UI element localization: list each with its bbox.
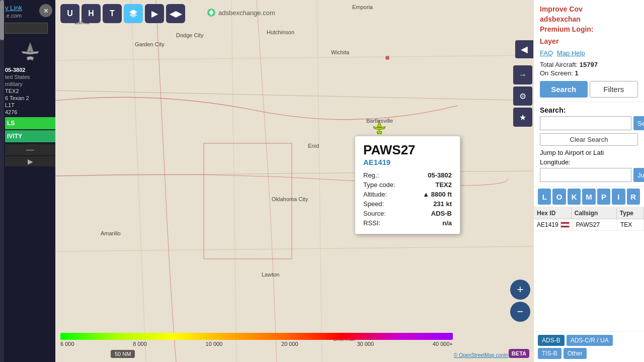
jump-button[interactable]: Jun	[633, 168, 644, 182]
login-button[interactable]: →	[513, 65, 532, 84]
search-button[interactable]: Search	[540, 81, 588, 98]
jump-label2: Longitude:	[540, 158, 638, 166]
scale-label-1: 8 000	[133, 341, 147, 347]
popup-speed-value: 231 kt	[410, 199, 452, 209]
city-amarillo: Amarillo	[101, 230, 121, 236]
search-panel: Search: Sea Clear Search Jump to Airport…	[534, 102, 644, 187]
sidebar-num: 4276	[5, 109, 55, 115]
u-button[interactable]: U	[60, 4, 79, 23]
letter-r-button[interactable]: R	[627, 189, 640, 205]
map-collapse-button[interactable]: ◀	[515, 40, 533, 58]
activity-button[interactable]: IVITY	[5, 130, 55, 142]
city-enid: Enid	[308, 143, 319, 149]
other-source-button[interactable]: Other	[564, 348, 587, 359]
hex-id-column-header: Hex ID	[534, 208, 572, 219]
premium-login-link[interactable]: Premium Login:	[540, 25, 638, 33]
letter-k-button[interactable]: K	[568, 189, 581, 205]
jump-input[interactable]	[540, 168, 631, 182]
left-sidebar: ✕ y Link .e.com 05-3802 ted States milit…	[0, 0, 55, 362]
color-scale-bar	[60, 333, 453, 340]
letter-m-button[interactable]: M	[582, 189, 595, 205]
map-container[interactable]: Lamar Garden City Dodge City Hutchinson …	[55, 0, 533, 362]
letter-p-button[interactable]: P	[597, 189, 610, 205]
improve-coverage-link[interactable]: Improve Cov	[540, 5, 638, 13]
layers-button[interactable]	[124, 4, 143, 23]
letter-o-button[interactable]: O	[552, 189, 566, 205]
openstreetmap-link[interactable]: © OpenStreetMap contri	[454, 352, 508, 358]
sidebar-model: 6 Texan 2	[5, 95, 55, 101]
svg-marker-15	[377, 131, 382, 134]
aircraft-popup: PAWS27 AE1419 Reg.: 05-3802 Type code: T…	[355, 136, 460, 234]
sidebar-arrow-button[interactable]: ▶	[5, 156, 55, 166]
adsb-source-button[interactable]: ADS-B	[538, 335, 565, 346]
svg-rect-3	[55, 0, 533, 362]
clear-search-button[interactable]: Clear Search	[540, 133, 638, 146]
details-button[interactable]: LS	[5, 117, 55, 129]
right-panel: Improve Cov adsbexchan Premium Login: La…	[533, 0, 644, 362]
aircraft-on-map[interactable]	[371, 120, 387, 138]
sidebar-search-input[interactable]	[5, 23, 48, 34]
sidebar-bottom-btns: LS IVITY — ▶	[5, 117, 55, 166]
popup-rssi-row: RSSI: n/a	[363, 218, 452, 228]
top-toolbar: U H T ▶ ◀▶	[60, 4, 185, 23]
popup-rssi-value: n/a	[410, 218, 452, 228]
results-header: Hex ID Callsign Type	[534, 208, 644, 219]
letter-buttons-row: L O K M P I R	[534, 187, 644, 207]
row-callsign-cell: PAWS27	[573, 219, 617, 230]
popup-rssi-label: RSSI:	[363, 218, 410, 228]
swap-button[interactable]: ◀▶	[166, 4, 185, 23]
city-garden-city: Garden City	[135, 41, 165, 47]
zoom-in-button[interactable]: +	[510, 280, 530, 300]
svg-marker-14	[373, 127, 385, 130]
t-button[interactable]: T	[103, 4, 122, 23]
map-help-link[interactable]: Map Help	[557, 49, 585, 57]
premium-layer-link[interactable]: Layer	[540, 37, 638, 45]
letter-l-button[interactable]: L	[538, 189, 551, 205]
popup-table: Reg.: 05-3802 Type code: TEX2 Altitude: …	[363, 170, 452, 228]
jump-label: Jump to Airport or Lati	[540, 149, 638, 156]
search-input[interactable]	[540, 116, 631, 130]
popup-source-value: ADS-B	[410, 209, 452, 218]
table-row[interactable]: AE1419 PAWS27 TEX	[534, 219, 644, 231]
city-emporia: Emporia	[352, 4, 373, 10]
close-button[interactable]: ✕	[39, 4, 52, 17]
svg-point-12	[385, 56, 389, 60]
us-flag-icon	[560, 222, 570, 228]
tisb-source-button[interactable]: TIS-B	[538, 348, 561, 359]
row-hex-cell: AE1419	[534, 219, 573, 230]
aircraft-icon	[15, 40, 45, 65]
results-section: Hex ID Callsign Type AE1419 PAWS27 TEX	[534, 207, 644, 331]
sidebar-country: ted States	[5, 74, 55, 80]
filters-button[interactable]: Filters	[590, 81, 638, 98]
improve-coverage-link2[interactable]: adsbexchan	[540, 15, 638, 23]
popup-type-row: Type code: TEX2	[363, 180, 452, 190]
zoom-out-button[interactable]: −	[510, 302, 530, 322]
scale-label-4: 30 000	[357, 341, 374, 347]
faq-link[interactable]: FAQ	[540, 49, 553, 57]
on-screen-row: On Screen: 1	[540, 69, 638, 77]
row-hex-value: AE1419	[537, 221, 558, 228]
popup-hex-id[interactable]: AE1419	[363, 158, 452, 166]
on-screen-value: 1	[575, 69, 578, 77]
search-filters-row: Search Filters	[540, 81, 638, 98]
adsc-source-button[interactable]: ADS-C/R / UA	[567, 335, 613, 346]
popup-source-label: Source:	[363, 209, 410, 218]
popup-reg-row: Reg.: 05-3802	[363, 170, 452, 180]
distance-badge: 50 NM	[111, 350, 135, 358]
popup-alt-label: Altitude:	[363, 190, 410, 199]
popup-alt-row: Altitude: ▲ 8800 ft	[363, 190, 452, 199]
city-lawton: Lawton	[262, 272, 279, 278]
layers2-button[interactable]: ★	[513, 108, 532, 127]
adsbexchange-watermark: adsbexchange.com	[206, 8, 275, 18]
search-go-button[interactable]: Sea	[633, 116, 644, 130]
sidebar-minus-button[interactable]: —	[5, 144, 55, 155]
settings-button[interactable]: ⚙	[513, 86, 532, 106]
jump-row: Jun	[540, 168, 638, 182]
letter-i-button[interactable]: I	[612, 189, 625, 205]
map-svg	[55, 0, 533, 362]
popup-reg-value: 05-3802	[410, 170, 452, 180]
zoom-controls: + −	[510, 280, 530, 322]
forward-button[interactable]: ▶	[145, 4, 164, 23]
popup-source-row: Source: ADS-B	[363, 209, 452, 218]
h-button[interactable]: H	[82, 4, 101, 23]
